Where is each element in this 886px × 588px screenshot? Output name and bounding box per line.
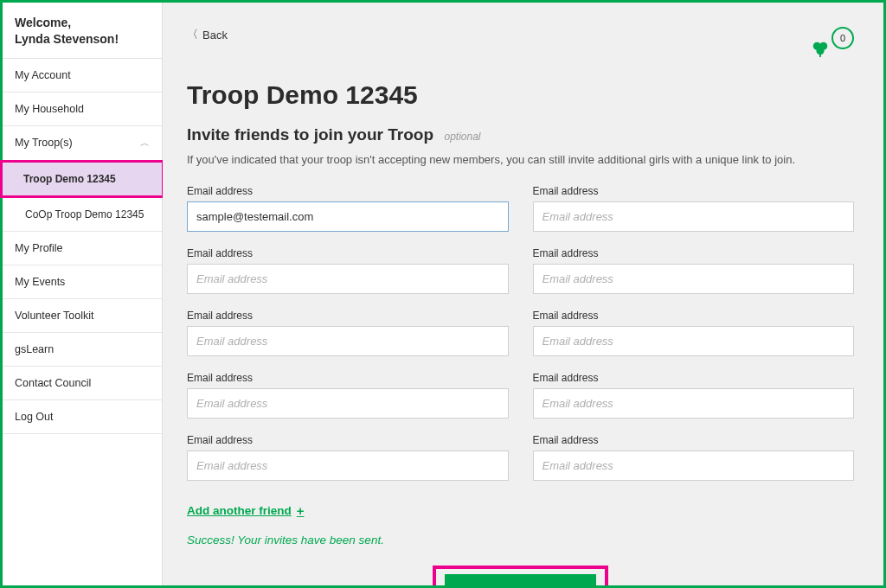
sidebar-item-coop-troop-demo-12345[interactable]: CoOp Troop Demo 12345 bbox=[3, 198, 162, 232]
email-input-5[interactable] bbox=[187, 326, 509, 356]
page-title: Troop Demo 12345 bbox=[187, 80, 854, 110]
email-input-6[interactable] bbox=[533, 326, 855, 356]
sidebar-item-label: My Profile bbox=[15, 242, 63, 254]
sidebar-item-my-events[interactable]: My Events bbox=[3, 265, 162, 299]
email-field-block: Email address bbox=[533, 247, 855, 294]
email-field-block: Email address bbox=[187, 185, 509, 232]
success-message: Success! Your invites have been sent. bbox=[187, 534, 854, 546]
sidebar-item-my-household[interactable]: My Household bbox=[3, 93, 162, 126]
email-field-block: Email address bbox=[533, 310, 855, 356]
notification-badge[interactable]: 0 bbox=[816, 27, 854, 65]
email-field-block: Email address bbox=[187, 310, 509, 356]
email-label: Email address bbox=[187, 310, 509, 322]
email-input-1[interactable] bbox=[187, 201, 509, 232]
sidebar-item-label: Log Out bbox=[15, 411, 53, 423]
welcome-line1: Welcome, bbox=[15, 16, 71, 29]
email-field-block: Email address bbox=[187, 372, 509, 419]
sidebar-item-gslearn[interactable]: gsLearn bbox=[3, 333, 162, 367]
submit-request-button[interactable]: SUBMIT REQUEST bbox=[445, 574, 596, 585]
email-label: Email address bbox=[533, 247, 855, 259]
svg-rect-3 bbox=[819, 54, 821, 58]
plus-icon: + bbox=[297, 503, 305, 518]
add-another-label: Add another friend bbox=[187, 504, 292, 517]
submit-row: SUBMIT REQUEST bbox=[187, 566, 854, 585]
sidebar-item-my-profile[interactable]: My Profile bbox=[3, 232, 162, 265]
sidebar-item-label: My Troop(s) bbox=[15, 137, 73, 149]
section-header: Invite friends to join your Troop option… bbox=[187, 125, 854, 144]
sidebar-item-my-troops[interactable]: My Troop(s) ︿ bbox=[3, 126, 162, 161]
sidebar-item-label: Volunteer Toolkit bbox=[15, 310, 94, 322]
sidebar-item-label: CoOp Troop Demo 12345 bbox=[25, 208, 144, 220]
email-input-3[interactable] bbox=[187, 264, 509, 294]
section-description: If you've indicated that your troop isn'… bbox=[187, 153, 854, 166]
sidebar-item-label: gsLearn bbox=[15, 343, 54, 355]
notification-count: 0 bbox=[831, 27, 854, 49]
email-input-7[interactable] bbox=[187, 388, 509, 419]
optional-tag: optional bbox=[444, 131, 480, 143]
email-input-10[interactable] bbox=[533, 451, 855, 481]
email-input-4[interactable] bbox=[533, 264, 855, 294]
email-label: Email address bbox=[187, 434, 509, 446]
main-content: 〈 Back 0 Troop Demo 12345 Invite friends… bbox=[163, 3, 883, 585]
sidebar-item-label: My Events bbox=[15, 276, 65, 288]
email-label: Email address bbox=[187, 372, 509, 384]
welcome-line2: Lynda Stevenson! bbox=[15, 32, 119, 46]
email-input-2[interactable] bbox=[533, 201, 855, 232]
email-field-block: Email address bbox=[533, 434, 855, 481]
sidebar-item-troop-demo-12345[interactable]: Troop Demo 12345 bbox=[0, 160, 164, 198]
email-label: Email address bbox=[533, 185, 855, 197]
email-grid: Email address Email address Email addres… bbox=[187, 185, 854, 481]
sidebar: Welcome, Lynda Stevenson! My Account My … bbox=[3, 3, 163, 585]
app-frame: Welcome, Lynda Stevenson! My Account My … bbox=[0, 0, 886, 588]
sidebar-item-my-account[interactable]: My Account bbox=[3, 59, 162, 93]
email-label: Email address bbox=[533, 372, 855, 384]
email-input-8[interactable] bbox=[533, 388, 855, 419]
sidebar-item-label: My Account bbox=[15, 69, 71, 81]
sidebar-item-contact-council[interactable]: Contact Council bbox=[3, 367, 162, 400]
email-label: Email address bbox=[187, 185, 509, 197]
chevron-up-icon: ︿ bbox=[140, 137, 150, 150]
add-another-friend-link[interactable]: Add another friend + bbox=[187, 503, 305, 518]
chevron-left-icon: 〈 bbox=[187, 27, 198, 42]
email-label: Email address bbox=[533, 434, 855, 446]
back-label: Back bbox=[202, 29, 228, 42]
welcome-block: Welcome, Lynda Stevenson! bbox=[3, 3, 162, 59]
sidebar-item-log-out[interactable]: Log Out bbox=[3, 400, 162, 434]
section-title: Invite friends to join your Troop bbox=[187, 125, 433, 144]
email-label: Email address bbox=[187, 247, 509, 259]
email-input-9[interactable] bbox=[187, 451, 509, 481]
email-field-block: Email address bbox=[533, 185, 855, 232]
sidebar-item-label: My Household bbox=[15, 103, 84, 115]
back-button[interactable]: 〈 Back bbox=[187, 27, 228, 42]
email-field-block: Email address bbox=[187, 434, 509, 481]
email-field-block: Email address bbox=[533, 372, 855, 419]
sidebar-item-label: Contact Council bbox=[15, 377, 91, 389]
sidebar-item-volunteer-toolkit[interactable]: Volunteer Toolkit bbox=[3, 299, 162, 333]
submit-highlight-box: SUBMIT REQUEST bbox=[433, 566, 608, 585]
email-label: Email address bbox=[533, 310, 855, 322]
sidebar-item-label: Troop Demo 12345 bbox=[23, 173, 116, 185]
top-row: 〈 Back 0 bbox=[187, 27, 854, 65]
email-field-block: Email address bbox=[187, 247, 509, 294]
trefoil-icon bbox=[811, 39, 830, 58]
